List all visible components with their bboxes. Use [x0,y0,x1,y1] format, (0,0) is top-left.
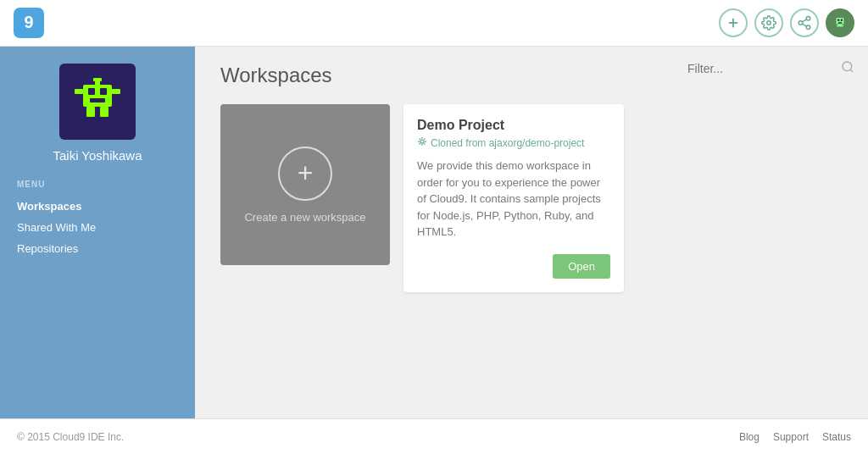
open-workspace-button[interactable]: Open [553,254,610,279]
filter-input[interactable] [687,62,836,75]
sidebar-item-workspaces[interactable]: Workspaces [17,196,178,217]
nav-icons-group [719,8,854,37]
create-workspace-card[interactable]: + Create a new workspace [220,104,390,265]
logo-area[interactable]: 9 [14,8,44,38]
settings-button[interactable] [754,8,783,37]
search-icon [841,60,854,77]
sidebar-item-repositories[interactable]: Repositories [17,238,178,259]
footer-links: Blog Support Status [739,431,851,443]
svg-rect-25 [100,107,108,117]
svg-rect-23 [93,78,102,81]
svg-rect-26 [75,89,83,94]
svg-rect-21 [90,98,105,102]
svg-point-28 [843,62,852,71]
user-avatar-icon [832,15,848,30]
share-button[interactable] [790,8,819,37]
workspaces-grid: + Create a new workspace Demo Project Cl… [220,104,843,292]
content-area: Workspaces + Create a new workspace Demo… [195,47,868,418]
filter-bar [687,60,854,77]
workspace-clone-text: Cloned from ajaxorg/demo-project [431,137,584,149]
add-workspace-button[interactable] [719,8,748,37]
svg-rect-15 [837,25,838,26]
top-navigation: 9 [0,0,868,47]
workspace-description: We provide this demo workspace in order … [417,158,610,241]
svg-text:9: 9 [24,13,33,31]
sidebar-item-shared-with-me[interactable]: Shared With Me [17,217,178,238]
svg-point-4 [767,21,771,25]
svg-point-7 [806,25,810,30]
footer-link-blog[interactable]: Blog [739,431,760,443]
svg-rect-24 [86,107,95,117]
footer: © 2015 Cloud9 IDE Inc. Blog Support Stat… [0,418,868,454]
clone-icon [417,136,427,149]
create-plus-icon: + [278,147,332,201]
menu-section-label: MENU [17,180,178,189]
svg-rect-12 [841,19,843,21]
footer-link-status[interactable]: Status [822,431,851,443]
workspace-title: Demo Project [417,118,610,133]
svg-point-6 [798,21,803,25]
svg-line-29 [850,69,853,72]
workspace-card-demo: Demo Project Cloned from ajaxorg/demo-pr… [403,104,624,292]
svg-rect-14 [838,25,843,27]
avatar-image [68,72,127,131]
svg-line-9 [802,19,806,22]
sidebar-menu: MENU Workspaces Shared With Me Repositor… [0,180,195,259]
main-layout: Taiki Yoshikawa MENU Workspaces Shared W… [0,47,868,418]
svg-line-8 [802,24,806,26]
footer-link-support[interactable]: Support [773,431,809,443]
svg-rect-20 [100,88,107,95]
cloud9-logo: 9 [14,8,44,38]
user-avatar [59,64,136,140]
svg-rect-18 [83,85,112,107]
footer-copyright: © 2015 Cloud9 IDE Inc. [17,431,124,443]
workspace-clone-info: Cloned from ajaxorg/demo-project [417,136,610,149]
user-display-name: Taiki Yoshikawa [53,148,142,163]
svg-rect-27 [112,89,120,94]
svg-rect-11 [837,19,839,21]
user-profile-button[interactable] [826,8,854,37]
svg-rect-13 [838,22,843,24]
svg-rect-19 [88,88,95,95]
svg-point-30 [420,140,424,143]
create-workspace-label: Create a new workspace [244,211,365,224]
svg-rect-16 [842,25,843,26]
sidebar: Taiki Yoshikawa MENU Workspaces Shared W… [0,47,195,418]
svg-point-5 [806,17,810,21]
